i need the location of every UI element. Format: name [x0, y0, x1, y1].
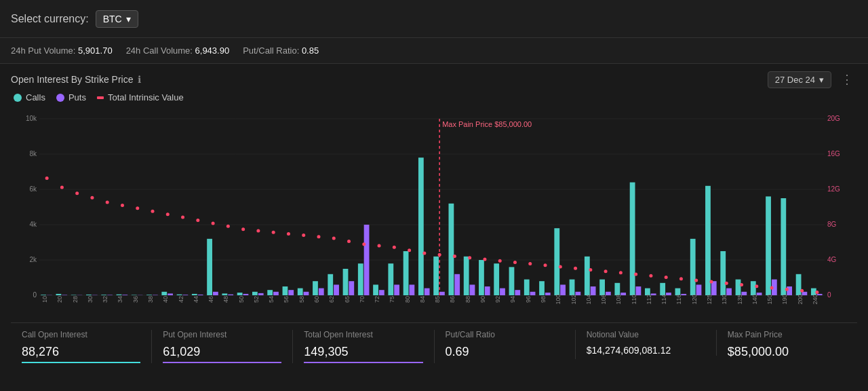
info-icon[interactable]: ℹ — [138, 74, 141, 85]
notional-value-stat: Notional Value $14,274,609,081.12 — [576, 330, 717, 356]
chart-area — [11, 105, 857, 322]
date-picker[interactable]: 27 Dec 24 ▾ — [768, 71, 831, 88]
call-oi-value: 88,276 — [22, 345, 140, 363]
put-call-ratio-stat: Put/Call Ratio: 0.85 — [243, 45, 319, 56]
currency-value: BTC — [103, 14, 122, 24]
max-pain-label: Max Pain Price — [728, 330, 846, 339]
date-picker-label: 27 Dec 24 — [775, 75, 815, 85]
puts-dot — [56, 94, 64, 102]
calls-label: Calls — [26, 92, 45, 103]
legend-total-intrinsic: Total Intrinsic Value — [97, 92, 184, 103]
total-oi-value: 149,305 — [304, 345, 422, 363]
currency-dropdown[interactable]: BTC ▾ — [96, 10, 138, 28]
chart-title-group: Open Interest By Strike Price ℹ — [11, 74, 141, 85]
max-pain-value: $85,000.00 — [728, 345, 846, 359]
put-call-ratio-bottom-label: Put/Call Ratio — [446, 330, 564, 339]
top-bar: Select currency: BTC ▾ — [0, 0, 868, 38]
bottom-stats: Call Open Interest 88,276 Put Open Inter… — [11, 322, 857, 371]
put-call-ratio-bottom-value: 0.69 — [446, 345, 564, 359]
legend-puts: Puts — [56, 92, 86, 103]
put-oi-stat: Put Open Interest 61,029 — [152, 330, 293, 363]
total-oi-label: Total Open Interest — [304, 330, 422, 339]
total-oi-stat: Total Open Interest 149,305 — [293, 330, 434, 363]
total-intrinsic-label: Total Intrinsic Value — [108, 92, 184, 103]
puts-label: Puts — [68, 92, 86, 103]
max-pain-stat: Max Pain Price $85,000.00 — [717, 330, 857, 359]
put-call-ratio-bottom-stat: Put/Call Ratio 0.69 — [435, 330, 576, 359]
call-oi-label: Call Open Interest — [22, 330, 140, 339]
call-volume-label: 24h Call Volume: — [126, 45, 193, 56]
notional-value-label: Notional Value — [587, 330, 705, 339]
chart-legend: Calls Puts Total Intrinsic Value — [11, 92, 857, 103]
call-volume-stat: 24h Call Volume: 6,943.90 — [126, 45, 230, 56]
total-intrinsic-dot — [97, 96, 104, 99]
put-volume-stat: 24h Put Volume: 5,901.70 — [11, 45, 113, 56]
chart-header: Open Interest By Strike Price ℹ 27 Dec 2… — [11, 71, 857, 88]
put-call-ratio-label: Put/Call Ratio: — [243, 45, 299, 56]
chart-section: Open Interest By Strike Price ℹ 27 Dec 2… — [0, 64, 868, 391]
put-oi-value: 61,029 — [163, 345, 281, 363]
chart-title: Open Interest By Strike Price — [11, 74, 134, 85]
call-volume-value: 6,943.90 — [195, 45, 230, 56]
select-currency-label: Select currency: — [11, 13, 89, 25]
put-oi-label: Put Open Interest — [163, 330, 281, 339]
more-options-icon[interactable]: ⋮ — [837, 71, 857, 88]
chart-controls: 27 Dec 24 ▾ ⋮ — [768, 71, 857, 88]
put-volume-value: 5,901.70 — [78, 45, 113, 56]
legend-calls: Calls — [14, 92, 45, 103]
chevron-down-icon: ▾ — [819, 75, 824, 85]
calls-dot — [14, 94, 22, 102]
notional-value-value: $14,274,609,081.12 — [587, 345, 705, 356]
put-volume-label: 24h Put Volume: — [11, 45, 75, 56]
put-call-ratio-value: 0.85 — [302, 45, 319, 56]
stats-bar: 24h Put Volume: 5,901.70 24h Call Volume… — [0, 38, 868, 64]
call-oi-stat: Call Open Interest 88,276 — [11, 330, 152, 363]
chevron-down-icon: ▾ — [126, 14, 131, 24]
main-chart-canvas — [11, 105, 857, 322]
